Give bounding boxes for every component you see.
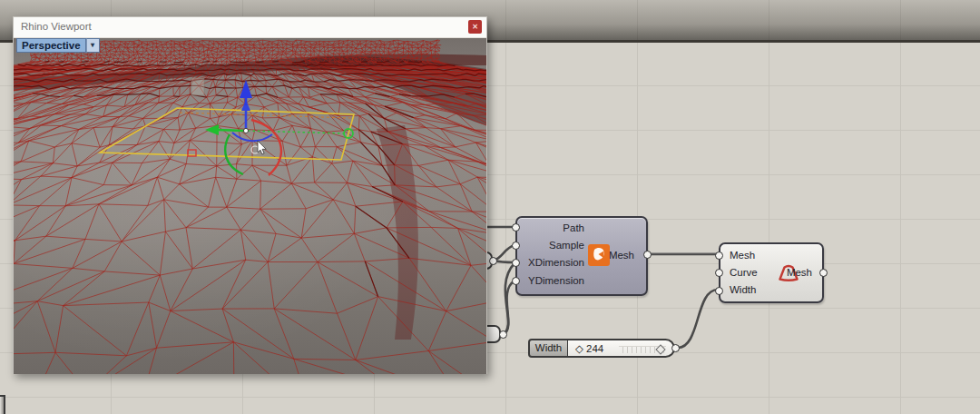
input-label-sample: Sample: [517, 240, 584, 251]
port-xdimension[interactable]: [512, 259, 520, 267]
output-label-mesh2: Mesh: [787, 267, 812, 278]
clipped-edge-widget: [0, 395, 5, 414]
input-label-mesh: Mesh: [730, 250, 755, 261]
gumball-center: [243, 128, 248, 133]
viewport-mode-label: Perspective: [16, 38, 86, 53]
component-mesh-from-path[interactable]: Path Sample XDimension YDimension Mesh: [515, 216, 648, 296]
window-title: Rhino Viewport: [21, 21, 92, 32]
port-mesh-in[interactable]: [715, 251, 723, 260]
input-label-curve: Curve: [730, 267, 758, 278]
output-label-mesh: Mesh: [609, 250, 634, 261]
wire-slider-to-width[interactable]: [678, 290, 718, 348]
rhino-viewport-window: Rhino Viewport ✕ Perspective ▾: [13, 16, 487, 374]
faded-widget: [191, 78, 204, 95]
y-axis-arrow: [217, 130, 244, 131]
slider-value: ◇ 244: [575, 342, 603, 355]
slider-name-tag[interactable]: Width: [528, 339, 569, 358]
port-ydimension[interactable]: [512, 277, 520, 285]
viewport-3d-scene[interactable]: [14, 38, 486, 374]
input-label-xdimension: XDimension: [517, 257, 584, 268]
port-mesh-out[interactable]: [643, 251, 652, 259]
port-sample[interactable]: [512, 242, 520, 250]
input-label-ydimension: YDimension: [517, 275, 584, 286]
viewport-content[interactable]: Perspective ▾: [14, 38, 486, 374]
hidden-component-a-output-port[interactable]: [489, 257, 497, 265]
grasshopper-canvas[interactable]: Path Sample XDimension YDimension Mesh M…: [0, 0, 980, 414]
hidden-component-b-output-port[interactable]: [499, 330, 507, 339]
port-width-in[interactable]: [715, 287, 723, 295]
port-slider-out[interactable]: [671, 344, 680, 352]
rhino-viewport-titlebar[interactable]: Rhino Viewport ✕: [14, 17, 486, 38]
port-path[interactable]: [512, 223, 520, 232]
input-label-path: Path: [517, 222, 584, 233]
width-slider[interactable]: ◇ 244: [568, 339, 675, 358]
mesh-component-icon: [588, 244, 610, 266]
viewport-mode-selector[interactable]: Perspective ▾: [16, 38, 100, 53]
input-label-width: Width: [730, 284, 756, 295]
chevron-down-icon[interactable]: ▾: [86, 38, 100, 53]
port-curve-in[interactable]: [715, 269, 723, 277]
port-mesh2-out[interactable]: [819, 269, 828, 277]
component-mesh-thicken[interactable]: Mesh Curve Width Mesh: [719, 242, 824, 303]
close-button[interactable]: ✕: [468, 20, 482, 34]
